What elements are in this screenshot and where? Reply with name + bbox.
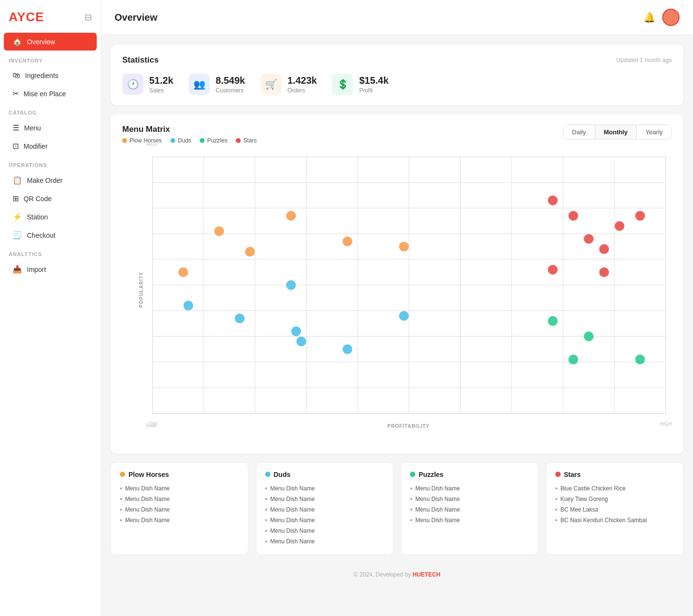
sidebar-label-overview: Overview <box>27 38 55 46</box>
stars-dot-5[interactable] <box>635 211 645 220</box>
duds-dot-3[interactable] <box>291 326 301 336</box>
puzzles-dot-2[interactable] <box>568 355 578 364</box>
sidebar-label-ingredients: Ingredients <box>25 72 58 79</box>
scatter-chart: .vline{stroke:#e5e5e5;stroke-width:1}.hl… <box>146 151 672 420</box>
sidebar-item-station[interactable]: ⚡Station <box>4 208 97 226</box>
sidebar-item-mise-en-place[interactable]: ✂Mise en Place <box>4 85 97 103</box>
duds-dot-2[interactable] <box>286 280 296 290</box>
plow-horses-dot-3[interactable] <box>343 237 352 246</box>
sidebar-item-menu[interactable]: ☰Menu <box>4 119 97 137</box>
stars-dot-6[interactable] <box>548 265 557 274</box>
plow-horses-dot-2[interactable] <box>286 211 296 220</box>
stats-grid: 🕐 51.2k Sales 👥 8.549k Customers 🛒 1.423… <box>122 74 672 95</box>
sidebar-item-modifier[interactable]: ⊡Modifier <box>4 137 97 155</box>
y-high-label: HIGH <box>146 142 157 147</box>
category-stars-header: Stars <box>555 471 675 478</box>
stars-dot <box>555 472 561 477</box>
stats-header: Statistics Updated 1 month ago <box>122 55 672 65</box>
duds-dot-1[interactable] <box>235 314 244 323</box>
stars-dot-2[interactable] <box>584 234 593 244</box>
puzzles-dish-0: Menu Dish Name <box>415 485 460 492</box>
bullet-4: • <box>265 527 268 535</box>
stars-dish-0: Blue Castle Chicken Rice <box>560 485 625 492</box>
category-duds-item-5: •Menu Dish Name <box>265 536 385 547</box>
duds-dot-0[interactable] <box>183 301 193 310</box>
duds-dish-2: Menu Dish Name <box>270 506 315 513</box>
duds-dot-5[interactable] <box>296 337 306 346</box>
orders-value: 1.423k <box>287 75 317 86</box>
plow-horses-dot-0[interactable] <box>214 226 224 236</box>
statistics-card: Statistics Updated 1 month ago 🕐 51.2k S… <box>111 45 683 105</box>
sidebar-label-mise-en-place: Mise en Place <box>24 90 66 98</box>
profit-label: Profit <box>359 87 388 94</box>
stars-dot-3[interactable] <box>599 244 609 254</box>
modifier-icon: ⊡ <box>13 141 19 151</box>
orders-label: Orders <box>287 87 317 94</box>
plow-horses-dish-3: Menu Dish Name <box>125 517 170 524</box>
stars-dot-1[interactable] <box>568 211 578 220</box>
stars-dot-7[interactable] <box>599 268 609 277</box>
sidebar-label-station: Station <box>27 213 48 221</box>
category-stars: Stars •Blue Castle Chicken Rice•Kuey Tie… <box>546 462 684 555</box>
orders-info: 1.423k Orders <box>287 75 317 94</box>
main-content: Overview 🔔 Statistics Updated 1 month ag… <box>101 0 693 616</box>
plow-horses-legend-dot <box>122 138 127 143</box>
sidebar-label-make-order: Make Order <box>27 177 63 184</box>
bullet-3: • <box>410 516 412 524</box>
duds-dot-4[interactable] <box>399 311 409 321</box>
chart-area: POPULARITY HIGH .vline{stroke:#e5e5e5;st… <box>146 151 672 429</box>
categories-grid: Plow Horses •Menu Dish Name•Menu Dish Na… <box>111 462 683 555</box>
bullet-2: • <box>120 506 122 513</box>
stat-profit: 💲 $15.4k Profit <box>332 74 388 95</box>
qr-code-icon: ⊞ <box>13 194 19 203</box>
plow-horses-dot-4[interactable] <box>399 242 409 251</box>
puzzles-legend-dot <box>200 138 205 143</box>
duds-title: Duds <box>274 471 291 478</box>
stars-dot-4[interactable] <box>615 221 624 231</box>
plow-horses-title: Plow Horses <box>128 471 169 478</box>
sidebar-item-overview[interactable]: 🏠Overview <box>4 33 97 51</box>
profit-icon-box: 💲 <box>332 74 353 95</box>
stars-legend-label: Stars <box>243 137 257 144</box>
sales-icon-box: 🕐 <box>122 74 143 95</box>
time-btn-monthly[interactable]: Monthly <box>595 125 637 139</box>
sidebar-item-qr-code[interactable]: ⊞QR Code <box>4 190 97 207</box>
sidebar-item-ingredients[interactable]: 🛍Ingredients <box>4 67 97 84</box>
time-btn-yearly[interactable]: Yearly <box>637 125 671 139</box>
checkout-icon: 🧾 <box>13 231 22 240</box>
puzzles-dot-3[interactable] <box>635 355 645 364</box>
content-area: Statistics Updated 1 month ago 🕐 51.2k S… <box>101 35 693 591</box>
stat-customers: 👥 8.549k Customers <box>189 74 245 95</box>
sidebar-item-checkout[interactable]: 🧾Checkout <box>4 226 97 244</box>
notification-icon[interactable]: 🔔 <box>643 12 655 23</box>
stars-dot-0[interactable] <box>548 195 557 205</box>
menu-matrix-card: Menu Matrix Plow HorsesDudsPuzzlesStars … <box>111 114 683 454</box>
time-buttons: DailyMonthlyYearly <box>563 125 672 140</box>
duds-dish-5: Menu Dish Name <box>270 538 315 545</box>
plow-horses-dot-5[interactable] <box>179 268 188 277</box>
header-right: 🔔 <box>643 9 680 26</box>
legend-duds: Duds <box>170 137 191 144</box>
mise-en-place-icon: ✂ <box>13 89 19 98</box>
puzzles-dot-0[interactable] <box>548 316 557 326</box>
sidebar-item-import[interactable]: 📥Import <box>4 260 97 278</box>
time-btn-daily[interactable]: Daily <box>564 125 595 139</box>
duds-dot-6[interactable] <box>343 345 352 354</box>
bullet-3: • <box>265 516 268 524</box>
x-axis-range: LOW PROFITABILITY HIGH <box>146 422 672 429</box>
x-high-label: HIGH <box>660 422 672 429</box>
bullet-0: • <box>410 485 412 492</box>
category-puzzles-header: Puzzles <box>410 471 529 478</box>
puzzles-dot-1[interactable] <box>584 332 593 341</box>
plow-horses-dot-1[interactable] <box>245 247 255 257</box>
sidebar-item-make-order[interactable]: 📋Make Order <box>4 171 97 189</box>
menu-icon: ☰ <box>13 123 19 132</box>
bullet-1: • <box>120 495 122 503</box>
sidebar-toggle-icon[interactable]: ⊟ <box>85 12 92 23</box>
plow-horses-dish-1: Menu Dish Name <box>125 496 170 502</box>
plow-horses-dot <box>120 472 125 477</box>
avatar[interactable] <box>662 9 680 26</box>
bullet-2: • <box>555 506 558 513</box>
footer: © 2024, Developed by HUETECH <box>111 564 683 582</box>
puzzles-dish-2: Menu Dish Name <box>415 506 460 513</box>
